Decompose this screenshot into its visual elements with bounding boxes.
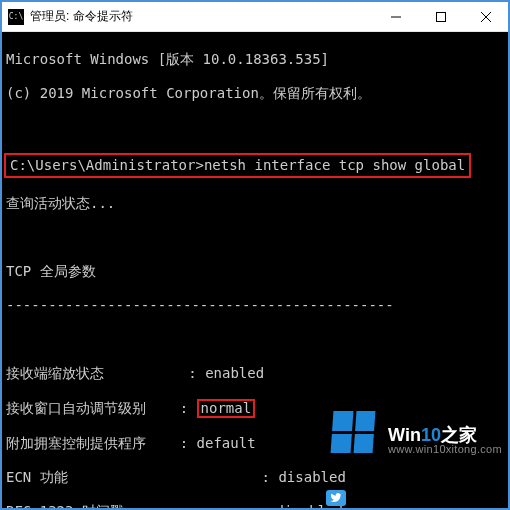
windows-logo-icon [330, 411, 375, 453]
window-titlebar: C:\ 管理员: 命令提示符 [2, 2, 508, 32]
section-header: TCP 全局参数 [6, 263, 504, 280]
close-button[interactable] [463, 2, 508, 31]
watermark: Win10之家 www.win10xitong.com [332, 377, 503, 504]
maximize-button[interactable] [418, 2, 463, 31]
banner-line: Microsoft Windows [版本 10.0.18363.535] [6, 51, 504, 68]
svg-rect-1 [436, 12, 445, 21]
separator-line: ----------------------------------------… [6, 297, 504, 314]
typed-command: netsh interface tcp show global [204, 157, 465, 173]
banner-line: (c) 2019 Microsoft Corporation。保留所有权利。 [6, 85, 504, 102]
minimize-button[interactable] [373, 2, 418, 31]
blank-line [6, 331, 504, 348]
command-line: C:\Users\Administrator>netsh interface t… [6, 153, 504, 178]
twitter-bird-icon [326, 490, 346, 506]
blank-line [6, 119, 504, 136]
status-line: 查询活动状态... [6, 195, 504, 212]
prompt-path: C:\Users\Administrator> [10, 157, 204, 173]
terminal-output[interactable]: Microsoft Windows [版本 10.0.18363.535] (c… [2, 32, 508, 508]
cmd-icon: C:\ [8, 9, 24, 25]
highlighted-value: normal [197, 399, 256, 418]
window-title: 管理员: 命令提示符 [30, 8, 373, 25]
watermark-url: www.win10xitong.com [388, 444, 502, 455]
blank-line [6, 229, 504, 246]
window-controls [373, 2, 508, 31]
watermark-text: Win10之家 www.win10xitong.com [388, 426, 502, 455]
